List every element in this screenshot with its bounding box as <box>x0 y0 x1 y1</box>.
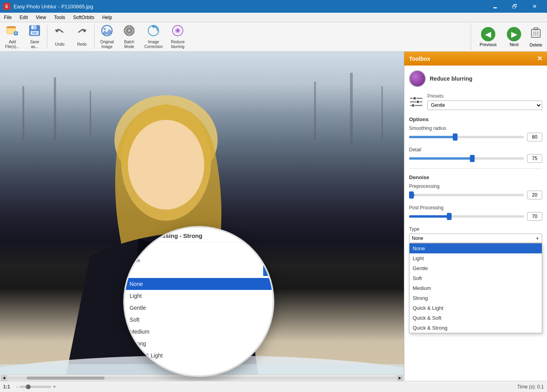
menu-edit[interactable]: Edit <box>16 13 32 22</box>
menu-softorbits[interactable]: SoftOrbits <box>69 13 98 22</box>
postprocessing-thumb[interactable] <box>447 213 452 220</box>
svg-point-48 <box>411 104 415 107</box>
smoothing-radius-row: Smoothing radius 80 <box>409 126 542 141</box>
preprocessing-track[interactable] <box>409 194 524 196</box>
reduce-blurring-button[interactable]: Reduce blurring <box>167 23 188 50</box>
statusbar: 1:1 - + Time (s): 0.1 <box>0 381 547 392</box>
magnifier-option-light[interactable]: Light <box>125 290 273 302</box>
magnifier-option-gentle[interactable]: Gentle <box>125 302 273 314</box>
zoom-out-icon[interactable]: - <box>16 384 18 390</box>
redo-icon <box>76 27 88 41</box>
maximize-button[interactable]: 🗗 <box>506 0 524 13</box>
magnifier-scrollbar[interactable] <box>263 244 270 276</box>
pp-dropdown-value: None <box>412 236 423 241</box>
save-as-label: Save as... <box>30 40 39 49</box>
svg-rect-36 <box>350 73 353 145</box>
pp-type-label: Type <box>409 226 542 232</box>
smoothing-radius-label: Smoothing radius <box>409 126 542 131</box>
reduce-blurring-tool-icon <box>409 70 426 87</box>
postprocessing-track[interactable] <box>409 215 524 218</box>
minimize-button[interactable]: 🗕 <box>486 0 504 13</box>
svg-text:E: E <box>6 4 8 9</box>
presets-icon <box>409 96 423 107</box>
toolbox-title: Toolbox <box>409 56 430 62</box>
zoom-in-icon[interactable]: + <box>53 384 56 390</box>
preprocessing-thumb[interactable] <box>409 191 414 199</box>
add-files-button[interactable]: + Add File(s)... <box>2 23 23 50</box>
pp-dropdown-container: None ▼ None Light Gentle Soft Medium Str… <box>409 234 542 243</box>
svg-rect-17 <box>129 34 130 35</box>
svg-rect-33 <box>54 77 56 140</box>
image-area[interactable]: Post Processing - Strong None None Light… <box>0 52 404 381</box>
detail-track[interactable] <box>409 157 524 160</box>
previous-label: Previous <box>479 42 497 47</box>
toolbox-close-button[interactable]: ✕ <box>537 55 542 62</box>
pp-option-quick-strong[interactable]: Quick & Strong <box>409 323 542 333</box>
magnifier-option-none-active[interactable]: None <box>125 278 273 290</box>
pp-option-none[interactable]: None <box>409 243 542 253</box>
pp-dropdown-trigger[interactable]: None ▼ <box>409 234 542 243</box>
menu-file[interactable]: File <box>0 13 16 22</box>
time-status: Time (s): 0.1 <box>517 384 544 390</box>
pp-option-medium[interactable]: Medium <box>409 283 542 293</box>
toolbar-separator-2 <box>94 25 95 49</box>
svg-rect-37 <box>382 86 383 140</box>
delete-button[interactable]: Delete <box>526 25 545 49</box>
pp-option-quick-soft[interactable]: Quick & Soft <box>409 313 542 323</box>
batch-mode-button[interactable]: Batch Mode <box>118 23 140 50</box>
next-icon: ▶ <box>507 27 521 41</box>
svg-rect-35 <box>314 82 316 140</box>
redo-button[interactable]: Redo <box>71 23 93 50</box>
svg-rect-19 <box>132 30 134 31</box>
menu-help[interactable]: Help <box>98 13 116 22</box>
svg-point-46 <box>416 100 419 104</box>
undo-button[interactable]: Undo <box>49 23 70 50</box>
svg-rect-16 <box>129 26 130 27</box>
magnifier-option-strong[interactable]: Strong <box>125 338 273 350</box>
svg-rect-27 <box>534 28 538 30</box>
svg-rect-8 <box>32 26 33 29</box>
smoothing-radius-thumb[interactable] <box>453 133 458 141</box>
toolbar-separator-1 <box>47 25 47 49</box>
original-image-button[interactable]: Original Image <box>96 23 118 50</box>
scroll-left-arrow[interactable]: ◀ <box>1 375 7 381</box>
close-button[interactable]: ✕ <box>526 0 544 13</box>
delete-icon <box>530 26 542 42</box>
presets-label: Presets <box>427 93 542 99</box>
menu-tools[interactable]: Tools <box>50 13 69 22</box>
zoom-slider-track[interactable] <box>19 386 51 388</box>
save-as-button[interactable]: Save as... <box>24 23 45 50</box>
preprocessing-label: Preprocessing <box>409 183 542 189</box>
detail-value: 75 <box>527 154 542 163</box>
toolbar: + Add File(s)... Save as... Undo <box>0 22 547 52</box>
svg-rect-10 <box>32 32 37 34</box>
pp-option-gentle[interactable]: Gentle <box>409 263 542 273</box>
zoom-status: 1:1 <box>3 384 10 390</box>
magnifier-option-medium[interactable]: Medium <box>125 326 273 338</box>
smoothing-radius-track[interactable] <box>409 136 524 138</box>
save-as-icon <box>28 24 41 39</box>
presets-dropdown[interactable]: None Gentle Medium Strong <box>427 100 542 110</box>
previous-button[interactable]: ◀ Previous <box>474 25 502 49</box>
zoom-slider-thumb[interactable] <box>26 384 31 389</box>
batch-mode-label: Batch Mode <box>124 40 134 49</box>
toolbox-body: Reduce blurring Presets <box>404 66 547 381</box>
svg-point-21 <box>152 25 155 28</box>
pp-option-light[interactable]: Light <box>409 253 542 263</box>
image-correction-button[interactable]: Image Correction <box>141 23 166 50</box>
scroll-right-arrow[interactable]: ▶ <box>397 375 403 381</box>
pp-option-soft[interactable]: Soft <box>409 273 542 283</box>
magnifier-option-soft[interactable]: Soft <box>125 314 273 326</box>
original-image-label: Original Image <box>100 40 114 49</box>
detail-label: Detail <box>409 147 542 153</box>
scroll-thumb[interactable] <box>27 377 105 380</box>
pp-option-strong[interactable]: Strong <box>409 293 542 303</box>
next-button[interactable]: ▶ Next <box>502 25 526 49</box>
menu-view[interactable]: View <box>32 13 50 22</box>
pp-option-quick-light[interactable]: Quick & Light <box>409 303 542 313</box>
presets-row: Presets None Gentle Medium Strong <box>409 93 542 110</box>
svg-point-24 <box>177 29 179 32</box>
postprocessing-label: Post Processing <box>409 205 542 210</box>
magnifier-content: Post Processing - Strong None None Light… <box>125 228 273 375</box>
detail-thumb[interactable] <box>470 155 475 162</box>
